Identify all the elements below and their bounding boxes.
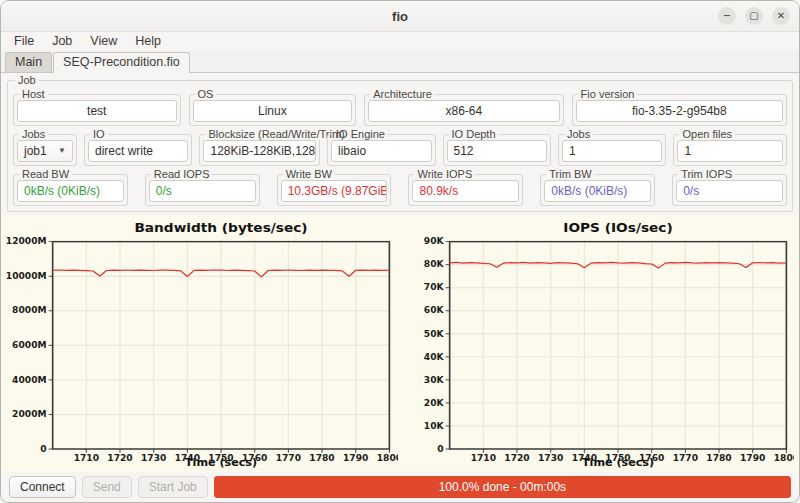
field-host: Host test (13, 88, 181, 126)
field-write-iops: Write IOPS 80.9k/s (408, 168, 523, 206)
svg-text:1800: 1800 (773, 453, 794, 462)
field-architecture: Architecture x86-64 (364, 88, 563, 126)
fio-window: fio − ▢ ✕ File Job View Help Main SEQ-Pr… (0, 0, 800, 503)
titlebar: fio − ▢ ✕ (1, 1, 799, 32)
menu-file[interactable]: File (5, 34, 43, 48)
svg-text:1790: 1790 (343, 453, 368, 462)
svg-text:Time (secs): Time (secs) (185, 457, 257, 468)
menu-job[interactable]: Job (43, 34, 81, 48)
trim-bw-value: 0kB/s (0KiB/s) (544, 180, 651, 202)
chevron-down-icon: ▼ (58, 141, 66, 161)
menu-help[interactable]: Help (126, 34, 170, 48)
svg-text:20K: 20K (423, 398, 443, 407)
svg-text:60K: 60K (423, 306, 443, 315)
stats-row: Read BW 0kB/s (0KiB/s) Read IOPS 0/s Wri… (13, 168, 787, 206)
footer-bar: Connect Send Start Job 100.0% done - 00m… (1, 472, 799, 502)
progress-text: 100.0% done - 00m:00s (214, 476, 791, 498)
field-jobs-select: Jobs job1 ▼ (13, 128, 77, 166)
field-io: IO direct write (84, 128, 192, 166)
svg-text:0: 0 (437, 444, 443, 453)
svg-text:40K: 40K (423, 352, 443, 361)
field-label: OS (195, 88, 217, 100)
field-write-bw: Write BW 10.3GB/s (9.87GiB/s) (277, 168, 392, 206)
svg-text:2000M: 2000M (12, 410, 46, 419)
blocksize-value: 128KiB-128KiB,128KiB-128Ki (203, 140, 316, 162)
io-value: direct write (88, 140, 188, 162)
read-iops-value: 0/s (149, 180, 256, 202)
svg-text:70K: 70K (423, 283, 443, 292)
jobs-combobox-value: job1 (24, 141, 47, 161)
field-fio-version: Fio version fio-3.35-2-g954b8 (572, 88, 787, 126)
host-value: test (17, 100, 177, 122)
write-iops-value: 80.9k/s (412, 180, 519, 202)
field-label: Write IOPS (414, 168, 475, 180)
svg-text:6000M: 6000M (12, 340, 46, 349)
svg-text:1800: 1800 (377, 453, 398, 462)
job-params-row: Jobs job1 ▼ IO direct write Blocksize (R… (13, 128, 787, 166)
field-label: Write BW (283, 168, 335, 180)
field-open-files: Open files 1 (673, 128, 787, 166)
charts-panel: 1710172017301740175017601770178017901800… (1, 215, 799, 472)
jobs-combobox[interactable]: job1 ▼ (17, 140, 73, 162)
trim-iops-value: 0/s (676, 180, 783, 202)
progress-bar: 100.0% done - 00m:00s (214, 476, 791, 498)
field-label: Read BW (19, 168, 72, 180)
field-trim-bw: Trim BW 0kB/s (0KiB/s) (540, 168, 655, 206)
svg-text:Time (secs): Time (secs) (581, 457, 653, 468)
field-os: OS Linux (189, 88, 357, 126)
svg-text:8000M: 8000M (12, 306, 46, 315)
svg-text:4000M: 4000M (12, 375, 46, 384)
svg-text:10K: 10K (423, 421, 443, 430)
menu-view[interactable]: View (81, 34, 126, 48)
iops-chart-svg: 1710172017301740175017601770178017901800… (403, 218, 795, 469)
field-label: IO Depth (449, 128, 499, 140)
field-label: Jobs (564, 128, 593, 140)
tabbar: Main SEQ-Precondition.fio (1, 50, 799, 73)
field-label: Read IOPS (151, 168, 213, 180)
svg-text:1780: 1780 (309, 453, 334, 462)
send-button[interactable]: Send (82, 476, 132, 498)
page-content: Job Host test OS Linux Architecture x86-… (1, 73, 799, 502)
svg-text:Bandwidth (bytes/sec): Bandwidth (bytes/sec) (134, 220, 307, 234)
job-frame-label: Job (15, 74, 39, 86)
svg-text:10000M: 10000M (6, 271, 47, 280)
svg-text:1710: 1710 (74, 453, 99, 462)
svg-text:1790: 1790 (740, 453, 765, 462)
connect-button[interactable]: Connect (9, 476, 76, 498)
field-read-bw: Read BW 0kB/s (0KiB/s) (13, 168, 128, 206)
tab-seq-precondition[interactable]: SEQ-Precondition.fio (53, 52, 190, 73)
svg-text:1720: 1720 (107, 453, 132, 462)
maximize-icon[interactable]: ▢ (745, 7, 763, 25)
svg-text:1730: 1730 (141, 453, 166, 462)
field-label: Fio version (578, 88, 638, 100)
open-files-value: 1 (677, 140, 783, 162)
field-label: IO Engine (333, 128, 388, 140)
svg-text:80K: 80K (423, 260, 443, 269)
window-controls: − ▢ ✕ (718, 7, 790, 25)
bandwidth-chart-svg: 1710172017301740175017601770178017901800… (6, 218, 398, 469)
field-io-engine: IO Engine libaio (327, 128, 435, 166)
write-bw-value: 10.3GB/s (9.87GiB/s) (281, 180, 388, 202)
svg-text:1780: 1780 (706, 453, 731, 462)
field-read-iops: Read IOPS 0/s (145, 168, 260, 206)
field-label: Open files (679, 128, 735, 140)
svg-text:1770: 1770 (672, 453, 697, 462)
svg-text:50K: 50K (423, 329, 443, 338)
field-trim-iops: Trim IOPS 0/s (672, 168, 787, 206)
field-io-depth: IO Depth 512 (443, 128, 551, 166)
read-bw-value: 0kB/s (0KiB/s) (17, 180, 124, 202)
io-engine-value: libaio (331, 140, 431, 162)
start-job-button[interactable]: Start Job (138, 476, 208, 498)
tab-main[interactable]: Main (5, 52, 52, 72)
architecture-value: x86-64 (368, 100, 559, 122)
field-blocksize: Blocksize (Read/Write/Trim) 128KiB-128Ki… (199, 128, 320, 166)
svg-text:1710: 1710 (470, 453, 495, 462)
close-icon[interactable]: ✕ (772, 7, 790, 25)
info-row: Host test OS Linux Architecture x86-64 F… (13, 88, 787, 126)
field-label: Trim IOPS (678, 168, 735, 180)
svg-text:0: 0 (40, 444, 46, 453)
minimize-icon[interactable]: − (718, 7, 736, 25)
io-depth-value: 512 (447, 140, 547, 162)
svg-text:90K: 90K (423, 237, 443, 246)
fio-version-value: fio-3.35-2-g954b8 (576, 100, 783, 122)
